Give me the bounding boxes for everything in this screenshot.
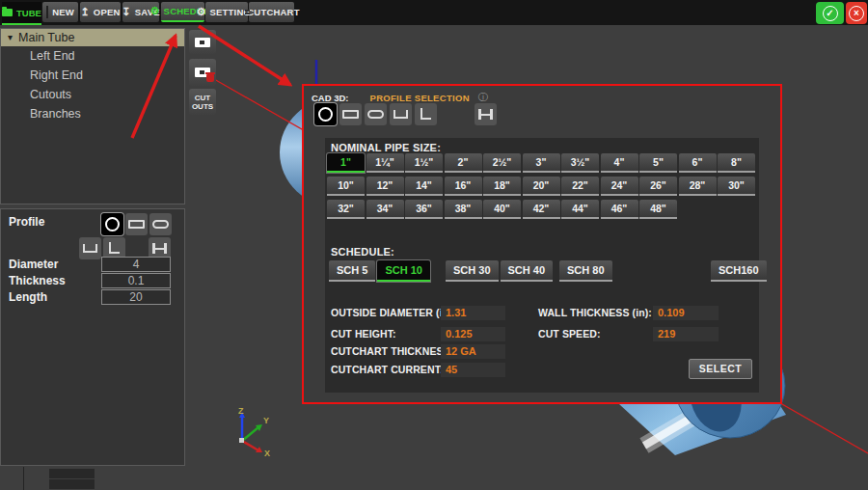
pipe-size-button[interactable]: 1½" bbox=[405, 153, 443, 173]
schedule-group-3: SCH 80 bbox=[559, 260, 612, 282]
wall-thickness-label: WALL THICKNESS (in): bbox=[538, 307, 652, 318]
confirm-button[interactable]: ✓ bbox=[816, 2, 844, 24]
dialog-title-prefix: CAD 3D: bbox=[312, 93, 349, 103]
pipe-size-button[interactable]: 3" bbox=[523, 153, 560, 173]
check-icon: ✓ bbox=[823, 6, 838, 21]
cut-speed-label: CUT SPEED: bbox=[538, 328, 601, 340]
pipe-size-button[interactable]: 16" bbox=[445, 177, 482, 196]
select-button[interactable]: SELECT bbox=[689, 359, 752, 379]
schedule-section-label: SCHEDULE: bbox=[331, 246, 394, 258]
axis-x-label: X bbox=[264, 449, 270, 458]
cutouts-button[interactable]: CUT OUTS bbox=[189, 89, 216, 115]
profile-selection-dialog: CAD 3D: PROFILE SELECTION ⓘ NOMINAL PIPE… bbox=[302, 84, 782, 404]
pipe-size-button[interactable]: 3½" bbox=[561, 153, 599, 173]
tree-item-left-end[interactable]: Left End bbox=[1, 46, 184, 66]
bottom-left-divider bbox=[23, 467, 24, 490]
tube-tab-label: TUBE bbox=[16, 8, 41, 18]
profile-oval-button[interactable] bbox=[149, 213, 172, 235]
cutchart-thickness-label: CUTCHART THICKNESS: bbox=[331, 345, 453, 357]
tree-item-cutouts[interactable]: Cutouts bbox=[1, 85, 184, 104]
pipe-size-button[interactable]: 1" bbox=[327, 153, 365, 173]
cutchart-thickness-field: 12 GA bbox=[441, 344, 505, 359]
dialog-profile-angle-button[interactable] bbox=[415, 103, 437, 125]
pipe-size-button[interactable]: 14" bbox=[405, 177, 443, 196]
dialog-profile-oval-button[interactable] bbox=[365, 103, 387, 125]
trash-icon bbox=[206, 74, 214, 82]
schedule-button[interactable]: SCH 80 bbox=[559, 260, 612, 282]
pipe-size-button[interactable]: 30" bbox=[718, 177, 755, 196]
dialog-title: PROFILE SELECTION bbox=[370, 93, 470, 103]
tree-item-right-end[interactable]: Right End bbox=[1, 66, 184, 85]
pipe-size-button[interactable]: 22" bbox=[561, 177, 599, 196]
thickness-label: Thickness bbox=[9, 274, 66, 287]
pipe-size-button[interactable]: 12" bbox=[366, 177, 404, 196]
profile-circle-button[interactable] bbox=[101, 213, 123, 235]
schedule-button[interactable]: SCH 30 bbox=[446, 260, 499, 282]
pipe-size-button[interactable]: 28" bbox=[679, 177, 717, 196]
tree-root-main-tube[interactable]: ▾ Main Tube bbox=[1, 29, 184, 46]
tree-item-branches[interactable]: Branches bbox=[1, 104, 184, 123]
axis-gizmo: Z Y X bbox=[227, 405, 285, 459]
new-button[interactable]: NEW bbox=[42, 2, 78, 22]
tab-tube[interactable]: TUBE bbox=[2, 2, 41, 25]
schedule-button[interactable]: SCH 40 bbox=[501, 260, 554, 282]
pipe-size-button[interactable]: 8" bbox=[718, 153, 755, 173]
settings-button[interactable]: ⚙ SETTINGS bbox=[205, 2, 248, 22]
cut-speed-field: 219 bbox=[653, 327, 719, 341]
pipe-size-button[interactable]: 20" bbox=[523, 177, 560, 196]
pipe-size-button[interactable]: 46" bbox=[601, 200, 638, 219]
pipe-size-button[interactable]: 1¼" bbox=[366, 153, 404, 173]
length-input[interactable] bbox=[101, 289, 171, 305]
open-label: OPEN bbox=[94, 7, 121, 17]
cutchart-current-label: CUTCHART CURRENT: bbox=[331, 364, 444, 375]
gear-icon: ⚙ bbox=[150, 6, 160, 16]
dialog-profile-hbeam-button[interactable] bbox=[475, 103, 497, 125]
add-cutout-button[interactable] bbox=[189, 30, 216, 54]
outside-diameter-label: OUTSIDE DIAMETER (in): bbox=[331, 307, 455, 318]
schedule-button[interactable]: SCH 5 bbox=[329, 260, 375, 282]
open-button[interactable]: ↥ OPEN bbox=[80, 2, 121, 22]
cut-height-label: CUT HEIGHT: bbox=[331, 328, 396, 340]
wall-thickness-field: 0.109 bbox=[653, 306, 719, 320]
cutchart-button[interactable]: CUTCHART bbox=[249, 2, 294, 22]
pipe-size-button[interactable]: 42" bbox=[523, 200, 560, 219]
thickness-input[interactable] bbox=[101, 273, 171, 288]
pipe-size-button[interactable]: 34" bbox=[366, 200, 404, 219]
pipe-size-button[interactable]: 40" bbox=[483, 200, 521, 219]
schedule-button[interactable]: SCH 10 bbox=[377, 260, 430, 282]
pipe-size-button[interactable]: 6" bbox=[679, 153, 717, 173]
properties-panel: Profile Diameter Thickness Length bbox=[0, 208, 185, 466]
pipe-size-button[interactable]: 2½" bbox=[483, 153, 521, 173]
pipe-size-button[interactable]: 48" bbox=[639, 200, 677, 219]
pipe-size-button[interactable]: 18" bbox=[483, 177, 521, 196]
pipe-size-button[interactable]: 26" bbox=[639, 177, 677, 196]
pipe-size-button[interactable]: 44" bbox=[561, 200, 599, 219]
nominal-pipe-size-label: NOMINAL PIPE SIZE: bbox=[331, 142, 441, 153]
pipe-size-button[interactable]: 38" bbox=[445, 200, 482, 219]
schedule-group-1: SCH 5SCH 10 bbox=[329, 260, 430, 282]
cutchart-current-field: 45 bbox=[441, 363, 505, 377]
close-button[interactable]: × bbox=[846, 2, 867, 24]
schedule-button[interactable]: SCH160 bbox=[711, 260, 767, 282]
pipe-size-button[interactable]: 36" bbox=[405, 200, 443, 219]
pipe-size-button[interactable]: 32" bbox=[327, 200, 365, 219]
pipe-size-button[interactable]: 4" bbox=[601, 153, 638, 173]
app-window: Z Y X TUBE NEW ↥ OPEN ↧ SAVE ⚙ SCHEDULE … bbox=[0, 0, 868, 490]
cut-height-field: 0.125 bbox=[441, 327, 505, 341]
pipe-size-button[interactable]: 2" bbox=[445, 153, 482, 173]
diameter-input[interactable] bbox=[101, 257, 171, 272]
dialog-profile-circle-button[interactable] bbox=[314, 103, 337, 125]
cutchart-label: CUTCHART bbox=[247, 7, 299, 17]
pipe-size-grid: 1"1¼"1½"2"2½"3"3½"4"5"6"8" 10"12"14"16"1… bbox=[327, 153, 755, 219]
caret-down-icon: ▾ bbox=[8, 33, 13, 42]
diameter-label: Diameter bbox=[9, 258, 58, 271]
delete-cutout-button[interactable] bbox=[189, 59, 216, 86]
pipe-size-button[interactable]: 5" bbox=[639, 153, 677, 173]
new-label: NEW bbox=[52, 7, 74, 17]
pipe-size-button[interactable]: 10" bbox=[327, 177, 365, 196]
info-icon[interactable]: ⓘ bbox=[478, 91, 488, 104]
profile-rectangle-button[interactable] bbox=[125, 213, 148, 235]
pipe-size-button[interactable]: 24" bbox=[601, 177, 638, 196]
dialog-profile-rectangle-button[interactable] bbox=[339, 103, 362, 125]
dialog-profile-channel-button[interactable] bbox=[390, 103, 412, 125]
